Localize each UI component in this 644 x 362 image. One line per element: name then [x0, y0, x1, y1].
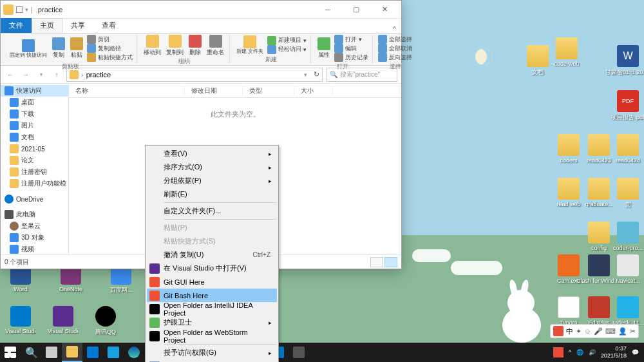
desktop-app-navicat[interactable]: Navicat...	[612, 254, 644, 284]
sidebar-documents[interactable]: 文档	[1, 131, 68, 143]
ctx-git-bash[interactable]: Git Bash Here	[147, 289, 277, 302]
ctx-huyan[interactable]: 护眼卫士▸	[147, 316, 277, 329]
refresh-icon[interactable]: ↻	[314, 70, 319, 79]
sidebar-quick-access[interactable]: 快速访问	[1, 85, 68, 97]
sidebar-onedrive[interactable]: OneDrive	[1, 193, 68, 205]
desktop-folder-coder-pro[interactable]: coder-pro...	[612, 222, 644, 251]
desktop-folder-code-web[interactable]: code-web	[551, 37, 583, 67]
selectinv-button[interactable]: 反向选择	[378, 53, 412, 62]
copy-button[interactable]: 复制	[51, 37, 66, 59]
qat-button[interactable]	[16, 6, 23, 13]
sidebar-folder-regmod[interactable]: 注册用户功能模	[1, 178, 68, 189]
properties-button[interactable]: 属性	[316, 37, 332, 59]
nav-forward-button[interactable]: →	[20, 69, 32, 81]
ime-toolbar[interactable]: 中 ✦☺ 🎤⌨ 👤✂	[550, 324, 639, 338]
taskbar-app[interactable]	[103, 343, 124, 362]
desktop-recycle-bin[interactable]: 回	[612, 178, 644, 209]
search-input[interactable]: 🔍 搜索"practice"	[327, 68, 397, 82]
ctx-groupby[interactable]: 分组依据(P)▸	[147, 174, 277, 187]
sidebar-videos[interactable]: 视频	[1, 243, 68, 254]
tray-notifications-icon[interactable]: 💬	[632, 349, 639, 356]
desktop-pdf-doc[interactable]: PDF项目报告.pdf	[612, 90, 644, 122]
sidebar-folder-2021[interactable]: 2021-05	[1, 143, 68, 155]
nav-recent-button[interactable]: ▾	[35, 69, 47, 81]
copyto-button[interactable]: 复制到	[165, 35, 185, 57]
taskview-button[interactable]	[41, 343, 62, 362]
start-button[interactable]	[0, 343, 21, 362]
newitem-button[interactable]: 新建项目▾	[267, 36, 307, 45]
ctx-webstorm[interactable]: Open Folder as WebStorm Project	[147, 329, 277, 343]
tab-file[interactable]: 文件	[1, 18, 32, 33]
ctx-git-gui[interactable]: Git GUI Here	[147, 275, 277, 289]
open-button[interactable]: 打开▾	[334, 35, 368, 44]
ctx-sort[interactable]: 排序方式(O)▸	[147, 160, 277, 174]
desktop-folder-read0424[interactable]: read0424	[612, 134, 644, 164]
desktop-app-vscode[interactable]: Visual Studio Code	[5, 306, 36, 336]
pin-button[interactable]: 固定到 快捷访问	[8, 39, 48, 58]
breadcrumb-segment[interactable]: practice	[86, 71, 111, 79]
desktop-folder-wendang[interactable]: 文档	[522, 45, 554, 77]
ctx-customize[interactable]: 自定义文件夹(F)...	[147, 204, 277, 218]
nav-back-button[interactable]: ←	[5, 69, 16, 81]
sidebar-3d-objects[interactable]: 3D 对象	[1, 232, 68, 243]
taskbar-app[interactable]	[82, 343, 103, 362]
ctx-undo[interactable]: 撤消 复制(U)Ctrl+Z	[147, 248, 277, 262]
ctx-svn-checkout[interactable]: SVN Checkout...	[147, 359, 277, 362]
close-button[interactable]: ✕	[370, 1, 399, 19]
ctx-view[interactable]: 查看(V)▸	[147, 147, 277, 160]
ctx-grant-access[interactable]: 授予访问权限(G)▸	[147, 346, 277, 359]
ribbon-collapse-icon[interactable]: ^	[388, 26, 401, 33]
history-button[interactable]: 历史记录	[334, 53, 368, 62]
selectnone-button[interactable]: 全部取消	[378, 44, 412, 53]
tab-view[interactable]: 查看	[93, 18, 124, 33]
minimize-button[interactable]: ─	[314, 1, 342, 19]
newfolder-button[interactable]: 新建 文件夹	[235, 35, 265, 54]
cut-button[interactable]: 剪切	[87, 35, 133, 44]
desktop-app-vs2019[interactable]: Visual Studio 2019	[48, 306, 79, 336]
nav-up-button[interactable]: ↑	[51, 69, 62, 81]
col-type[interactable]: 类型	[243, 86, 294, 95]
copypath-button[interactable]: 复制路径	[87, 44, 133, 53]
sidebar-pictures[interactable]: 图片	[1, 120, 68, 131]
desktop-word-doc[interactable]: W甘肃省01班 2010101...	[612, 45, 644, 77]
sidebar-jianguo[interactable]: 坚果云	[1, 220, 68, 232]
tray-volume-icon[interactable]: 🔊	[589, 349, 596, 356]
taskbar-app[interactable]	[289, 343, 309, 362]
tray-sogou-icon[interactable]	[553, 347, 564, 357]
ctx-open-vs[interactable]: 在 Visual Studio 中打开(V)	[147, 262, 277, 275]
taskbar-clock[interactable]: 0:37 2021/5/18	[601, 345, 627, 359]
rename-button[interactable]: 重命名	[205, 35, 225, 57]
col-size[interactable]: 大小	[294, 86, 333, 95]
col-name[interactable]: 名称	[69, 86, 185, 95]
column-headers: 名称 修改日期 类型 大小	[69, 84, 401, 98]
paste-button[interactable]: 粘贴	[69, 37, 84, 59]
tray-network-icon[interactable]: 🌐	[576, 349, 583, 356]
tab-share[interactable]: 共享	[62, 18, 93, 33]
moveto-button[interactable]: 移动到	[142, 35, 162, 57]
easyaccess-button[interactable]: 轻松访问▾	[267, 45, 307, 54]
sidebar-desktop[interactable]: 桌面	[1, 97, 68, 108]
delete-button[interactable]: 删除	[187, 35, 203, 57]
pasteshortcut-button[interactable]: 粘贴快捷方式	[87, 53, 133, 62]
sidebar-thispc[interactable]: 此电脑	[1, 209, 68, 220]
tray-expand-icon[interactable]: ^	[569, 349, 571, 356]
desktop-app-qq[interactable]: 腾讯QQ	[90, 306, 121, 336]
sidebar-downloads[interactable]: 下载	[1, 108, 68, 120]
search-button[interactable]: 🔍	[21, 343, 41, 362]
desktop-app-todesk[interactable]: Todesk_11...	[612, 296, 644, 326]
ctx-refresh[interactable]: 刷新(E)	[147, 187, 277, 201]
col-date[interactable]: 修改日期	[185, 86, 243, 95]
address-bar[interactable]: › practice ▾ ↻	[66, 68, 323, 82]
sidebar-folder-reg[interactable]: 注册密钥	[1, 166, 68, 178]
icon-label: Visual Studio Code	[5, 328, 36, 334]
view-details-button[interactable]	[370, 257, 383, 267]
edit-button[interactable]: 编辑	[334, 44, 368, 53]
sidebar-folder-lunwen[interactable]: 论文	[1, 155, 68, 166]
maximize-button[interactable]: ▢	[342, 1, 370, 19]
ctx-intellij[interactable]: Open Folder as IntelliJ IDEA Project	[147, 302, 277, 316]
selectall-button[interactable]: 全部选择	[378, 35, 412, 44]
taskbar-explorer[interactable]	[62, 343, 82, 362]
taskbar-edge[interactable]	[124, 343, 144, 362]
tab-home[interactable]: 主页	[32, 18, 62, 33]
view-icons-button[interactable]	[384, 257, 397, 267]
